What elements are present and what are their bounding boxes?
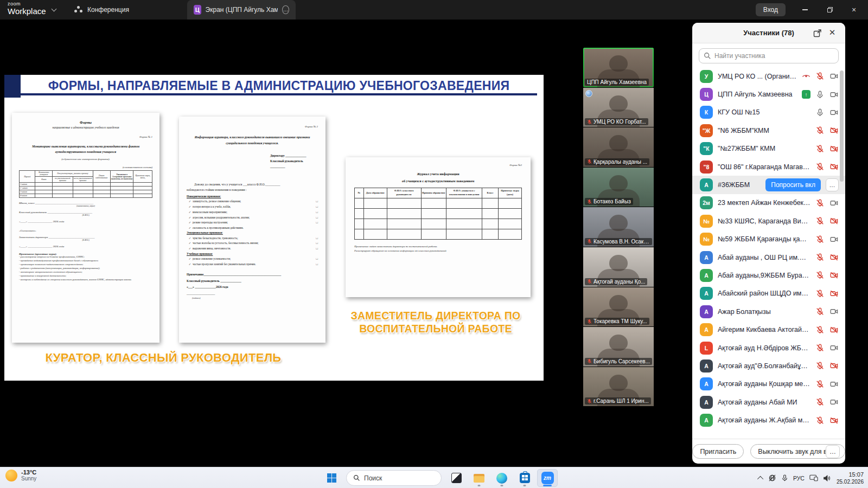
- participant-row[interactable]: "Ж "N6 ЖББМ"КММ: [692, 121, 845, 139]
- video-tile[interactable]: Токаревка ТМ Шуку...: [583, 287, 654, 327]
- file-explorer-icon[interactable]: [469, 469, 489, 487]
- participant-row[interactable]: А Абай ауданы,9ЖББМ Буранова Ка...: [692, 266, 845, 284]
- weather-widget[interactable]: -13°C Sunny: [5, 469, 36, 481]
- video-tile[interactable]: Касумова В.Н. Осака...: [583, 207, 654, 247]
- video-tile[interactable]: ЦПП Айгуль Хамзеевна: [583, 48, 654, 87]
- video-tile[interactable]: Бибигуль Сарсекеев...: [583, 327, 654, 367]
- participant-row[interactable]: А Ақтоғай ауданы Ж.Ақбай мектебі: [692, 411, 845, 429]
- video-tile[interactable]: г.Сарань ШЛ 1 Ирин...: [583, 367, 654, 407]
- tab-meeting[interactable]: Конференция: [68, 0, 136, 20]
- checklist-line: ✓ выражения вины, ничтожности. □: [187, 246, 318, 252]
- participant-row[interactable]: Ц ЦПП Айгуль Хамзеевна: [692, 85, 845, 103]
- participant-name: "№27ЖББМ" КММ: [718, 145, 810, 152]
- speaker-icon[interactable]: [823, 474, 831, 482]
- clock[interactable]: 15:07 25.02.2026: [837, 471, 864, 485]
- form1-notes: - рассмотрение вопроса на Совете профила…: [19, 255, 152, 282]
- participant-row[interactable]: К КГУ ОШ №15: [692, 104, 845, 121]
- video-tile[interactable]: Қарқаралы ауданы ...: [583, 127, 654, 167]
- participant-row[interactable]: L Ақтоғай ауд Н.Әбдіров ЖББМ КМ...: [692, 339, 845, 357]
- participants-title: Участники (78): [743, 29, 794, 37]
- close-icon[interactable]: ✕: [827, 27, 838, 38]
- participant-row[interactable]: А Ажар Болатқызы: [692, 303, 845, 320]
- avatar: "К: [700, 142, 713, 155]
- start-button[interactable]: [321, 469, 342, 487]
- participant-row[interactable]: А Ақтоғай ауд"Ә.Болғанбайұлы атын...: [692, 357, 845, 375]
- search-input[interactable]: [699, 48, 839, 63]
- form3-document: Форма №3 Журнал учета информации об учащ…: [346, 157, 531, 297]
- microphone-icon[interactable]: [781, 474, 788, 481]
- checklist-line: Эмоциональные признаки:: [187, 230, 318, 235]
- mic-icon: [815, 380, 825, 389]
- participant-row[interactable]: А Ақтоғай ауданы Абай МИ: [692, 393, 845, 411]
- close-button[interactable]: ×: [843, 0, 865, 20]
- video-tile[interactable]: УМЦ РО КО Горбат...: [583, 88, 654, 127]
- ask-unmute-button[interactable]: Попросить вкл: [765, 178, 821, 191]
- check-mark: ✓: [187, 262, 191, 267]
- avatar: А: [700, 178, 713, 191]
- form1-agreed: «Согласовано»: [19, 229, 152, 232]
- participant-row[interactable]: № №59 ЖББМ Қарағанды қаласы Би...: [692, 230, 845, 248]
- org-logo: [585, 90, 592, 97]
- check-mark: ✓: [187, 241, 191, 246]
- participant-row[interactable]: "8 "ОШ 86" г.Караганда Магавьянов...: [692, 158, 845, 176]
- note-line: - привлечение к внеурочной деятельности;: [19, 274, 152, 278]
- scrollbar[interactable]: [840, 70, 844, 439]
- chevron-down-icon[interactable]: [52, 7, 57, 12]
- camera-icon: [829, 343, 839, 352]
- app-photos-icon[interactable]: [446, 469, 467, 487]
- hidden-icons-chevron[interactable]: [757, 476, 763, 481]
- participant-row[interactable]: А Айгерим Кикбаева Актогайский ра...: [692, 320, 845, 338]
- checklist-line: ✓ потеря интереса к учебе, хобби, □: [187, 204, 318, 210]
- invite-button[interactable]: Пригласить: [692, 444, 744, 459]
- camera-icon: [829, 361, 839, 370]
- avatar: "8: [700, 160, 713, 174]
- cast-icon[interactable]: [809, 474, 818, 481]
- participant-row[interactable]: А #36ЖББМ Попросить вкл …: [692, 176, 845, 194]
- time: 15:07: [837, 471, 864, 478]
- participant-row[interactable]: 2м 23 мектеп Айжан Кенжебекқызы: [692, 194, 845, 212]
- participant-row[interactable]: А Абай ауданы , ОШ РЦ им.Н.Абдир...: [692, 248, 845, 266]
- camera-icon: [829, 162, 839, 171]
- edge-icon[interactable]: [492, 469, 512, 487]
- mic-icon: [815, 289, 825, 298]
- tab-options-icon[interactable]: …: [282, 5, 289, 14]
- participant-row[interactable]: А Ақтоғай ауданы Қошқар мектебі: [692, 375, 845, 393]
- popout-icon[interactable]: [813, 28, 822, 38]
- tab-screen-label: Экран (ЦПП Айгуль Хамзеевна): [206, 6, 278, 14]
- windows-icon: [327, 473, 336, 483]
- form1-qty-note: (в количественном составе): [19, 166, 152, 169]
- video-tile[interactable]: Ботакөз Байыз: [583, 168, 654, 207]
- weather-condition: Sunny: [21, 476, 36, 481]
- restore-button[interactable]: [819, 0, 841, 20]
- participant-row[interactable]: У УМЦ РО КО ... (Организатор, я): [692, 67, 845, 85]
- participant-row[interactable]: А Абайский район ШЦДО имени К.С...: [692, 285, 845, 303]
- zoom-app-icon[interactable]: zm: [537, 469, 558, 487]
- form1-deputy-line: Заместитель директора __________________…: [19, 236, 152, 239]
- mic-icon: [815, 307, 825, 316]
- taskbar-search[interactable]: Поиск: [346, 470, 442, 486]
- participant-name: КГУ ОШ №15: [718, 108, 810, 116]
- network-icon[interactable]: [768, 474, 776, 482]
- store-icon[interactable]: [514, 469, 535, 487]
- participant-name: Айгерим Кикбаева Актогайский ра...: [718, 326, 810, 333]
- participant-name: Абайский район ШЦДО имени К.С...: [718, 290, 810, 297]
- participant-row[interactable]: № №33 КШЯС, Караганда Витвицкая: [692, 212, 845, 230]
- participant-row[interactable]: "К "№27ЖББМ" КММ: [692, 140, 845, 158]
- tab-screen-share[interactable]: Ц Экран (ЦПП Айгуль Хамзеевна) …: [187, 0, 296, 20]
- video-name-label: Касумова В.Н. Осака...: [585, 238, 652, 245]
- video-tile[interactable]: Ақтоғай ауданы Қо...: [583, 247, 654, 287]
- camera-icon: [829, 416, 839, 425]
- participant-name: "ОШ 86" г.Караганда Магавьянов...: [718, 163, 810, 171]
- form3-note2: Регистрирует обращения на основании инфо…: [354, 249, 522, 253]
- language-indicator[interactable]: РУС: [793, 475, 805, 481]
- participant-more-button[interactable]: …: [826, 178, 839, 191]
- minimize-button[interactable]: [794, 0, 816, 20]
- footer-more-button[interactable]: …: [826, 445, 840, 458]
- zoom-workplace-logo: zoom Workplace: [8, 2, 46, 15]
- caption-curator: КУРАТОР, КЛАССНЫЙ РУКОВОДИТЕЛЬ: [36, 350, 291, 365]
- login-button[interactable]: Вход: [756, 3, 786, 16]
- form1-table: Период Количество учащихся Отсутствующие…: [19, 170, 152, 198]
- mic-icon: [815, 72, 825, 81]
- mic-icon: [815, 144, 825, 153]
- check-mark: ✓: [187, 210, 191, 215]
